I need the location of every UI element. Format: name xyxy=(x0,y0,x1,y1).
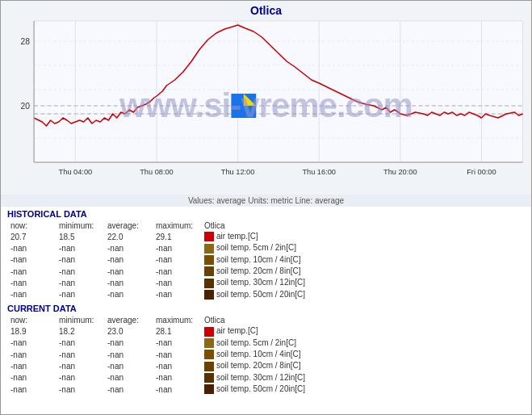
cell-max: -nan xyxy=(153,337,201,349)
color-swatch xyxy=(204,373,214,383)
svg-text:28: 28 xyxy=(21,37,31,46)
table-row: -nan -nan -nan -nan soil temp. 20cm / 8i… xyxy=(7,360,525,371)
cell-min: 18.2 xyxy=(56,325,104,337)
cell-max: 28.1 xyxy=(153,325,201,337)
svg-text:Thu 16:00: Thu 16:00 xyxy=(302,168,336,176)
data-section: HISTORICAL DATA now: minimum: average: m… xyxy=(1,203,531,414)
cell-label: air temp.[C] xyxy=(201,325,525,337)
chart-svg-container: www.si-vreme.com 28 20 xyxy=(1,17,531,195)
cell-now: 20.7 xyxy=(7,231,56,242)
cell-max: -nan xyxy=(153,372,201,384)
cell-avg: -nan xyxy=(104,384,153,395)
historical-header: HISTORICAL DATA xyxy=(7,209,525,219)
cell-now: -nan xyxy=(7,266,56,277)
color-swatch xyxy=(204,384,214,394)
cell-now: -nan xyxy=(7,372,56,384)
cell-avg: 23.0 xyxy=(104,325,153,337)
cell-min: -nan xyxy=(56,349,104,360)
cell-min: -nan xyxy=(56,360,104,371)
cell-max: -nan xyxy=(153,384,201,395)
col-avg-curr: average: xyxy=(104,315,153,325)
col-max-curr: maximum: xyxy=(153,315,201,325)
cell-min: -nan xyxy=(56,242,104,254)
cell-label: air temp.[C] xyxy=(201,231,525,242)
svg-rect-0 xyxy=(34,21,523,162)
svg-text:20: 20 xyxy=(21,102,31,111)
table-row: 20.7 18.5 22.0 29.1 air temp.[C] xyxy=(7,231,525,242)
cell-max: -nan xyxy=(153,349,201,360)
cell-now: -nan xyxy=(7,277,56,288)
cell-avg: 22.0 xyxy=(104,231,153,242)
cell-avg: -nan xyxy=(104,266,153,277)
cell-avg: -nan xyxy=(104,277,153,288)
color-swatch xyxy=(204,362,214,371)
cell-now: -nan xyxy=(7,242,56,254)
table-row: -nan -nan -nan -nan soil temp. 10cm / 4i… xyxy=(7,254,525,266)
cell-now: -nan xyxy=(7,289,56,300)
color-swatch xyxy=(204,350,214,359)
cell-min: -nan xyxy=(56,337,104,349)
cell-avg: -nan xyxy=(104,349,153,360)
table-row: -nan -nan -nan -nan soil temp. 50cm / 20… xyxy=(7,384,525,395)
cell-now: -nan xyxy=(7,384,56,395)
cell-min: -nan xyxy=(56,384,104,395)
color-swatch xyxy=(204,338,214,348)
color-swatch xyxy=(204,232,214,241)
historical-col-headers: now: minimum: average: maximum: Otlica xyxy=(7,220,525,231)
cell-min: -nan xyxy=(56,289,104,300)
cell-max: -nan xyxy=(153,242,201,254)
svg-text:Thu 04:00: Thu 04:00 xyxy=(59,168,93,176)
cell-min: -nan xyxy=(56,372,104,384)
cell-min: -nan xyxy=(56,254,104,266)
color-swatch xyxy=(204,244,214,254)
cell-label: soil temp. 50cm / 20in[C] xyxy=(201,384,525,395)
cell-avg: -nan xyxy=(104,242,153,254)
chart-meta: Values: average Units: metric Line: aver… xyxy=(1,195,531,207)
table-row: -nan -nan -nan -nan soil temp. 5cm / 2in… xyxy=(7,242,525,254)
cell-avg: -nan xyxy=(104,372,153,384)
color-swatch xyxy=(204,290,214,300)
table-row: -nan -nan -nan -nan soil temp. 30cm / 12… xyxy=(7,372,525,384)
historical-table: now: minimum: average: maximum: Otlica 2… xyxy=(7,220,525,300)
chart-area: Otlica www.si-vreme.com 28 xyxy=(1,1,531,203)
col-name-curr: Otlica xyxy=(201,315,525,325)
color-swatch xyxy=(204,279,214,288)
table-row: -nan -nan -nan -nan soil temp. 30cm / 12… xyxy=(7,277,525,288)
cell-max: -nan xyxy=(153,289,201,300)
cell-now: -nan xyxy=(7,360,56,371)
table-row: -nan -nan -nan -nan soil temp. 10cm / 4i… xyxy=(7,349,525,360)
cell-label: soil temp. 5cm / 2in[C] xyxy=(201,337,525,349)
color-swatch xyxy=(204,255,214,265)
cell-max: -nan xyxy=(153,277,201,288)
table-row: -nan -nan -nan -nan soil temp. 20cm / 8i… xyxy=(7,266,525,277)
svg-text:Thu 08:00: Thu 08:00 xyxy=(140,168,174,176)
cell-max: -nan xyxy=(153,266,201,277)
cell-min: -nan xyxy=(56,277,104,288)
col-max-hist: maximum: xyxy=(153,220,201,231)
cell-min: -nan xyxy=(56,266,104,277)
cell-now: -nan xyxy=(7,337,56,349)
cell-label: soil temp. 30cm / 12in[C] xyxy=(201,372,525,384)
color-swatch xyxy=(204,327,214,337)
color-swatch xyxy=(204,266,214,276)
cell-label: soil temp. 10cm / 4in[C] xyxy=(201,254,525,266)
col-min-curr: minimum: xyxy=(56,315,104,325)
cell-label: soil temp. 10cm / 4in[C] xyxy=(201,349,525,360)
col-now-hist: now: xyxy=(7,220,56,231)
table-row: 18.9 18.2 23.0 28.1 air temp.[C] xyxy=(7,325,525,337)
svg-text:Fri 00:00: Fri 00:00 xyxy=(467,168,496,176)
col-now-curr: now: xyxy=(7,315,56,325)
cell-avg: -nan xyxy=(104,337,153,349)
cell-label: soil temp. 5cm / 2in[C] xyxy=(201,242,525,254)
cell-label: soil temp. 20cm / 8in[C] xyxy=(201,266,525,277)
cell-avg: -nan xyxy=(104,289,153,300)
svg-text:Thu 12:00: Thu 12:00 xyxy=(221,168,255,176)
cell-now: 18.9 xyxy=(7,325,56,337)
cell-max: -nan xyxy=(153,360,201,371)
current-col-headers: now: minimum: average: maximum: Otlica xyxy=(7,315,525,325)
col-min-hist: minimum: xyxy=(56,220,104,231)
table-row: -nan -nan -nan -nan soil temp. 50cm / 20… xyxy=(7,289,525,300)
cell-avg: -nan xyxy=(104,254,153,266)
chart-svg: 28 20 Thu 04:00 Thu 08:00 Thu 12:00 Thu … xyxy=(1,17,531,187)
table-row: -nan -nan -nan -nan soil temp. 5cm / 2in… xyxy=(7,337,525,349)
